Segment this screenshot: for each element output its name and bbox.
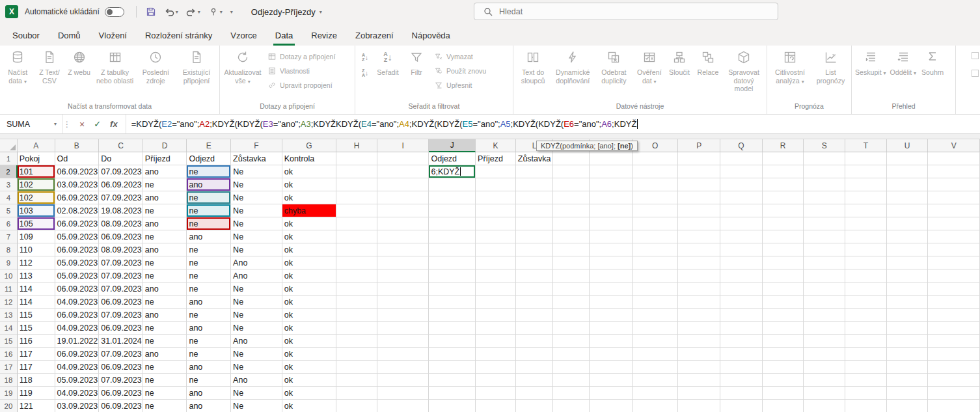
column-header-C[interactable]: C	[99, 139, 143, 152]
cell-S3[interactable]	[804, 178, 845, 191]
cell-H20[interactable]	[336, 400, 377, 412]
cell-A15[interactable]: 116	[18, 335, 55, 348]
cell-O19[interactable]	[633, 387, 679, 400]
cell-G12[interactable]: ok	[282, 295, 337, 309]
cell-G2[interactable]: ok	[282, 165, 337, 178]
cell-V17[interactable]	[928, 361, 980, 374]
cell-E2[interactable]: ne	[187, 165, 231, 178]
cell-J10[interactable]	[429, 269, 476, 282]
column-header-O[interactable]: O	[633, 139, 679, 152]
cell-M15[interactable]	[553, 335, 590, 348]
cell-K6[interactable]	[476, 217, 516, 230]
cell-P5[interactable]	[678, 204, 720, 217]
cell-V20[interactable]	[928, 400, 980, 412]
cell-N6[interactable]	[590, 217, 633, 230]
cell-N16[interactable]	[590, 348, 633, 361]
ribbon-button-z-webu[interactable]: Z webu	[65, 47, 94, 102]
cell-Q16[interactable]	[720, 348, 763, 361]
cell-P13[interactable]	[678, 309, 720, 322]
row-header-8[interactable]: 8	[0, 243, 18, 256]
row-header-3[interactable]: 3	[0, 178, 18, 191]
cell-F19[interactable]: Ne	[231, 387, 282, 400]
cell-T4[interactable]	[845, 191, 887, 204]
cell-C11[interactable]: 07.09.2023	[99, 282, 143, 295]
cell-P10[interactable]	[678, 269, 720, 282]
ribbon-button-z-tabulky-nebo-oblasti[interactable]: Z tabulky nebo oblasti	[94, 47, 137, 102]
ribbon-button-dynamicke-doplnovani[interactable]: Dynamické doplňování	[551, 47, 594, 102]
cell-K4[interactable]	[476, 191, 516, 204]
cell-Q8[interactable]	[720, 243, 763, 256]
cell-D1[interactable]: Příjezd	[143, 152, 187, 165]
cell-H19[interactable]	[336, 387, 377, 400]
cell-P15[interactable]	[678, 335, 720, 348]
cell-C3[interactable]: 06.09.2023	[99, 178, 143, 191]
cell-N11[interactable]	[590, 282, 633, 295]
cell-C1[interactable]: Do	[99, 152, 143, 165]
cell-B2[interactable]: 06.09.2023	[55, 165, 100, 178]
cell-R10[interactable]	[763, 269, 804, 282]
cell-I17[interactable]	[377, 361, 429, 374]
cell-K20[interactable]	[476, 400, 516, 412]
cell-E4[interactable]: ne	[187, 191, 231, 204]
cell-P6[interactable]	[678, 217, 720, 230]
cell-G11[interactable]: ok	[282, 282, 337, 295]
cell-F5[interactable]: Ne	[231, 204, 282, 217]
cell-R13[interactable]	[763, 309, 804, 322]
cell-L7[interactable]	[516, 230, 554, 243]
cell-F8[interactable]: Ne	[231, 243, 282, 256]
cell-T8[interactable]	[845, 243, 887, 256]
ribbon-button-seskupit[interactable]: Seskupit ▾	[853, 47, 888, 102]
row-header-12[interactable]: 12	[0, 295, 18, 309]
cell-F14[interactable]: Ne	[231, 322, 282, 335]
cell-N1[interactable]	[590, 152, 633, 165]
cell-F6[interactable]: Ne	[231, 217, 282, 230]
cell-C17[interactable]: 06.09.2023	[99, 361, 143, 374]
cell-O9[interactable]	[633, 256, 679, 269]
row-header-16[interactable]: 16	[0, 348, 18, 361]
cell-P3[interactable]	[678, 178, 720, 191]
cell-S17[interactable]	[804, 361, 845, 374]
cell-K18[interactable]	[476, 374, 516, 387]
cell-R5[interactable]	[763, 204, 804, 217]
cell-C12[interactable]: 06.09.2023	[99, 295, 143, 309]
cell-S2[interactable]	[804, 165, 845, 178]
ribbon-button-seradit[interactable]: AZ↓Seřadit	[374, 47, 402, 102]
formula-bar-handle[interactable]: ⋮	[62, 115, 72, 133]
cell-G6[interactable]: ok	[282, 217, 337, 230]
ribbon-button-upresnit[interactable]: Upřesnit	[431, 78, 489, 92]
cell-U10[interactable]	[887, 269, 929, 282]
cell-F9[interactable]: Ano	[231, 256, 282, 269]
cell-H7[interactable]	[336, 230, 377, 243]
cell-J8[interactable]	[429, 243, 476, 256]
cell-B3[interactable]: 03.09.2023	[55, 178, 100, 191]
cell-R12[interactable]	[763, 295, 804, 309]
cell-F16[interactable]: Ne	[231, 348, 282, 361]
cell-M16[interactable]	[553, 348, 590, 361]
tab-domu[interactable]: Domů	[49, 26, 89, 46]
ribbon-button-sort-za[interactable]: ZA↓	[357, 65, 374, 81]
cell-E8[interactable]: ne	[187, 243, 231, 256]
cell-J4[interactable]	[429, 191, 476, 204]
cell-Q5[interactable]	[720, 204, 763, 217]
cell-Q6[interactable]	[720, 217, 763, 230]
cell-E17[interactable]: ano	[187, 361, 231, 374]
cell-Q7[interactable]	[720, 230, 763, 243]
cell-V12[interactable]	[928, 295, 980, 309]
ribbon-button-sort-az[interactable]: AZ↓	[357, 49, 374, 65]
cell-A7[interactable]: 109	[18, 230, 55, 243]
cancel-icon[interactable]: ×	[79, 119, 85, 130]
cell-M20[interactable]	[553, 400, 590, 412]
cell-K12[interactable]	[476, 295, 516, 309]
ribbon-button-vlastnosti[interactable]: Vlastnosti	[264, 64, 338, 78]
cell-G18[interactable]: ok	[282, 374, 337, 387]
cell-L15[interactable]	[516, 335, 554, 348]
cell-H1[interactable]	[336, 152, 377, 165]
column-header-A[interactable]: A	[18, 139, 55, 152]
cell-A13[interactable]: 115	[18, 309, 55, 322]
formula-input[interactable]: =KDYŽ(E2="ano";A2;KDYŽ(KDYŽ(E3="ano";A3;…	[126, 115, 980, 133]
cell-U6[interactable]	[887, 217, 929, 230]
cell-Q3[interactable]	[720, 178, 763, 191]
tab-vzorce[interactable]: Vzorce	[222, 26, 265, 46]
cell-U16[interactable]	[887, 348, 929, 361]
cell-U1[interactable]	[887, 152, 929, 165]
